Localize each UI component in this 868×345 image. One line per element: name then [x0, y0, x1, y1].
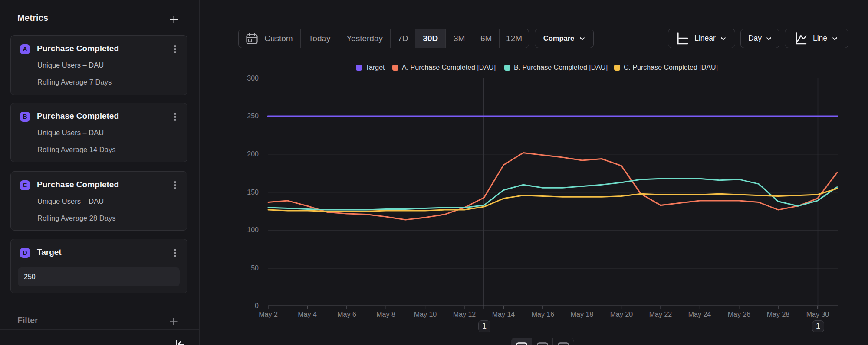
svg-text:300: 300	[247, 75, 259, 82]
svg-text:May 16: May 16	[532, 311, 555, 318]
svg-text:May 10: May 10	[414, 311, 437, 318]
svg-text:May 26: May 26	[728, 311, 751, 318]
svg-text:200: 200	[247, 150, 259, 158]
svg-text:May 8: May 8	[376, 311, 395, 318]
svg-text:May 2: May 2	[259, 311, 278, 318]
svg-text:0: 0	[255, 302, 259, 309]
svg-text:May 28: May 28	[767, 311, 790, 318]
svg-text:May 30: May 30	[806, 311, 829, 318]
svg-text:May 6: May 6	[337, 311, 356, 318]
svg-text:May 20: May 20	[610, 311, 633, 318]
svg-text:May 12: May 12	[453, 311, 476, 318]
svg-text:May 24: May 24	[688, 311, 711, 318]
svg-text:150: 150	[247, 189, 259, 196]
svg-text:May 14: May 14	[492, 311, 515, 318]
svg-text:May 22: May 22	[649, 311, 672, 318]
svg-text:May 4: May 4	[298, 311, 317, 318]
svg-text:250: 250	[247, 112, 259, 120]
svg-text:50: 50	[251, 264, 259, 272]
svg-text:May 18: May 18	[571, 311, 594, 318]
svg-text:100: 100	[247, 226, 259, 234]
